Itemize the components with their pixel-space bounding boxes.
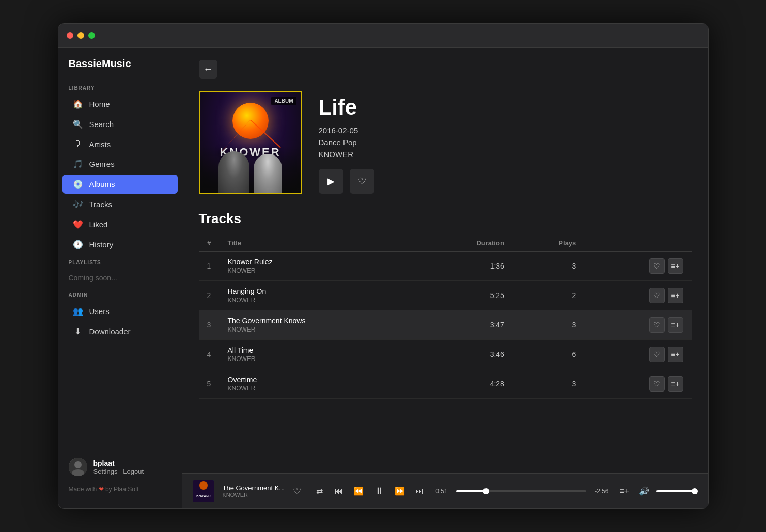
sidebar-item-tracks[interactable]: 🎶 Tracks <box>62 195 178 214</box>
album-actions: ▶ ♡ <box>319 169 692 194</box>
sidebar-item-history[interactable]: 🕐 History <box>62 235 178 254</box>
track-artist: KNOWER <box>228 385 411 392</box>
album-genre: Dance Pop <box>319 138 692 147</box>
album-date: 2016-02-05 <box>319 126 692 135</box>
track-like-button[interactable]: ♡ <box>649 288 665 303</box>
table-row[interactable]: 5 Overtime KNOWER 4:28 3 ♡ ≡+ <box>199 369 692 399</box>
track-add-button[interactable]: ≡+ <box>668 258 683 274</box>
heart-icon: ❤ <box>99 486 105 493</box>
track-actions: ♡ ≡+ <box>584 252 691 281</box>
track-artist: KNOWER <box>228 296 411 304</box>
album-badge: ALBUM <box>271 97 296 105</box>
svg-text:KNOWER: KNOWER <box>196 494 211 497</box>
pause-button[interactable]: ⏸ <box>370 482 388 500</box>
close-button[interactable] <box>67 32 73 39</box>
player-track-info: The Government K... KNOWER <box>223 484 285 498</box>
table-row[interactable]: 3 The Government Knows KNOWER 3:47 3 ♡ ≡… <box>199 310 692 340</box>
sidebar-item-home[interactable]: 🏠 Home <box>62 95 178 114</box>
volume-bar[interactable] <box>656 490 698 492</box>
sidebar-item-label: History <box>89 240 114 249</box>
table-row[interactable]: 1 Knower Rulez KNOWER 1:36 3 ♡ ≡+ <box>199 252 692 281</box>
sidebar: BassieMusic LIBRARY 🏠 Home 🔍 Search 🎙 Ar… <box>58 48 182 508</box>
track-actions: ♡ ≡+ <box>584 310 691 340</box>
sidebar-item-label: Genres <box>89 160 115 168</box>
player-track-name: The Government K... <box>223 484 285 492</box>
prev-button[interactable]: ⏮ <box>331 483 347 499</box>
play-album-button[interactable]: ▶ <box>319 169 343 194</box>
track-artist: KNOWER <box>228 267 411 274</box>
genres-icon: 🎵 <box>73 159 83 169</box>
track-add-button[interactable]: ≡+ <box>668 288 683 303</box>
settings-link[interactable]: Settings <box>93 467 118 475</box>
sidebar-item-downloader[interactable]: ⬇ Downloader <box>62 322 178 341</box>
like-album-button[interactable]: ♡ <box>350 169 374 194</box>
sidebar-item-users[interactable]: 👥 Users <box>62 302 178 321</box>
track-name: Hanging On <box>228 287 411 295</box>
sidebar-item-liked[interactable]: ❤️ Liked <box>62 215 178 234</box>
minimize-button[interactable] <box>77 32 84 39</box>
user-row: bplaat Settings Logout <box>69 458 171 476</box>
track-add-button[interactable]: ≡+ <box>668 376 683 392</box>
user-avatar <box>69 458 87 476</box>
user-links: Settings Logout <box>93 467 144 475</box>
next-button[interactable]: ⏭ <box>412 483 427 499</box>
tracks-table: # Title Duration Plays 1 Knower Rulez KN… <box>199 235 692 399</box>
search-icon: 🔍 <box>73 119 83 129</box>
forward-button[interactable]: ⏩ <box>392 483 408 499</box>
avatar-image <box>69 458 87 476</box>
table-row[interactable]: 2 Hanging On KNOWER 5:25 2 ♡ ≡+ <box>199 281 692 310</box>
back-icon: ← <box>204 64 213 75</box>
sidebar-item-albums[interactable]: 💿 Albums <box>62 175 178 194</box>
library-section-label: LIBRARY <box>58 80 182 94</box>
player-heart-button[interactable]: ♡ <box>293 486 301 497</box>
track-name: All Time <box>228 346 411 354</box>
track-plays: 3 <box>512 310 584 340</box>
track-add-button[interactable]: ≡+ <box>668 317 683 333</box>
sidebar-item-label: Downloader <box>89 327 131 336</box>
home-icon: 🏠 <box>73 99 83 109</box>
track-name: The Government Knows <box>228 317 411 325</box>
track-add-button[interactable]: ≡+ <box>668 347 683 362</box>
tracks-icon: 🎶 <box>73 199 83 209</box>
tracks-heading: Tracks <box>199 211 692 227</box>
rewind-button[interactable]: ⏪ <box>351 483 366 499</box>
track-like-button[interactable]: ♡ <box>649 347 665 362</box>
app-window: BassieMusic LIBRARY 🏠 Home 🔍 Search 🎙 Ar… <box>58 23 709 509</box>
track-like-button[interactable]: ♡ <box>649 317 665 333</box>
table-row[interactable]: 4 All Time KNOWER 3:46 6 ♡ ≡+ <box>199 340 692 369</box>
sidebar-item-artists[interactable]: 🎙 Artists <box>62 135 178 153</box>
made-with: Made with ❤ by PlaatSoft <box>69 480 171 498</box>
sidebar-item-label: Home <box>89 100 110 108</box>
sidebar-item-genres[interactable]: 🎵 Genres <box>62 154 178 174</box>
track-like-button[interactable]: ♡ <box>649 376 665 392</box>
track-duration: 3:47 <box>419 310 512 340</box>
sidebar-bottom: bplaat Settings Logout Made with ❤ by Pl… <box>58 449 182 498</box>
sidebar-item-label: Tracks <box>89 200 112 209</box>
sidebar-item-search[interactable]: 🔍 Search <box>62 115 178 134</box>
track-actions: ♡ ≡+ <box>584 369 691 399</box>
back-button[interactable]: ← <box>199 60 217 79</box>
playlists-section-label: PLAYLISTS <box>58 255 182 269</box>
track-num: 5 <box>199 369 220 399</box>
progress-bar[interactable] <box>456 490 587 492</box>
col-duration: Duration <box>419 235 512 252</box>
queue-button[interactable]: ≡+ <box>617 484 632 498</box>
track-artist: KNOWER <box>228 326 411 333</box>
volume-button[interactable]: 🔊 <box>637 484 651 498</box>
album-artist: KNOWER <box>319 150 692 159</box>
track-plays: 2 <box>512 281 584 310</box>
shuffle-button[interactable]: ⇄ <box>311 483 327 499</box>
maximize-button[interactable] <box>88 32 95 39</box>
col-title: Title <box>220 235 419 252</box>
logout-link[interactable]: Logout <box>123 467 144 475</box>
volume-fill <box>656 490 696 492</box>
progress-handle[interactable] <box>483 488 489 494</box>
track-actions: ♡ ≡+ <box>584 281 691 310</box>
albums-icon: 💿 <box>73 179 83 189</box>
album-cover: KNOWER ALBUM <box>199 91 302 194</box>
sidebar-item-label: Artists <box>89 140 111 149</box>
track-like-button[interactable]: ♡ <box>649 258 665 274</box>
volume-handle[interactable] <box>692 488 698 494</box>
sidebar-item-label: Users <box>89 307 110 316</box>
album-title: Life <box>319 95 692 120</box>
